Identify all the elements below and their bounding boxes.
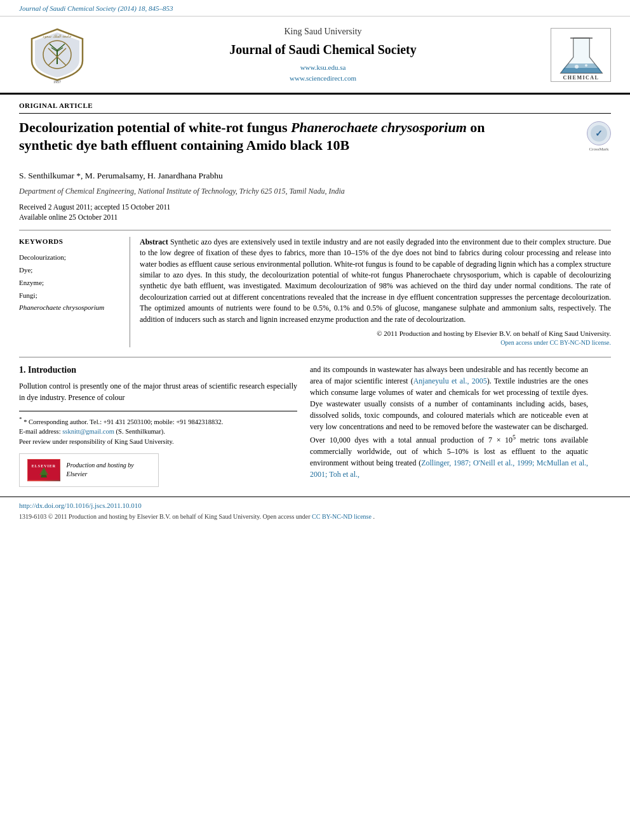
crossmark-container: ✓ CrossMark (587, 121, 611, 153)
footnote-section: * * Corresponding author. Tel.: +91 431 … (19, 411, 297, 447)
doi-link[interactable]: http://dx.doi.org/10.1016/j.jscs.2011.10… (19, 501, 611, 510)
crossmark-badge: ✓ (587, 121, 611, 145)
footnote-peer: Peer review under responsibility of King… (19, 437, 297, 447)
journal-name: Journal of Saudi Chemical Society (102, 41, 544, 58)
intro-left-text: Pollution control is presently one of th… (19, 380, 297, 403)
keyword-5: Phanerochaete chrysosporium (19, 302, 122, 314)
url2[interactable]: www.sciencedirect.com (102, 73, 544, 84)
crossmark-label: CrossMark (587, 147, 611, 153)
page: Journal of Saudi Chemical Society (2014)… (0, 0, 630, 840)
svg-text:1957: 1957 (53, 80, 61, 83)
footnote-corresponding-text: * Corresponding author. Tel.: +91 431 25… (23, 418, 223, 425)
ref-anjaneyulu: Anjaneyulu et al., 2005 (413, 377, 487, 385)
keyword-2: Dye; (19, 264, 122, 277)
elsevier-logo-svg: ELSEVIER (28, 460, 60, 480)
svg-text:جامعة الملك سعود: جامعة الملك سعود (43, 34, 72, 39)
email-suffix: (S. Senthilkumar). (116, 428, 165, 435)
received-line: Received 2 August 2011; accepted 15 Octo… (19, 202, 611, 212)
svg-text:✓: ✓ (595, 129, 603, 138)
journal-citation: Journal of Saudi Chemical Society (2014)… (0, 0, 630, 17)
abstract-copyright: © 2011 Production and hosting by Elsevie… (140, 329, 611, 338)
elsevier-tagline: Production and hosting by Elsevier (67, 461, 151, 479)
body-separator (19, 357, 611, 357)
intro-heading: 1. Introduction (19, 364, 297, 377)
body-right-column: and its compounds in wastewater has alwa… (310, 364, 588, 486)
email-label: E-mail address: (19, 428, 61, 435)
intro-right-text: and its compounds in wastewater has alwa… (310, 364, 588, 480)
email-link[interactable]: ssknitt@gmail.com (62, 428, 114, 435)
abstract-column: Abstract Synthetic azo dyes are extensiv… (140, 237, 611, 348)
license-link[interactable]: CC BY-NC-ND license (312, 513, 372, 520)
available-line: Available online 25 October 2011 (19, 212, 611, 222)
keywords-list: Decolourization; Dye; Enzyme; Fungi; Pha… (19, 251, 122, 314)
chemical-society-logo: CHEMICAL (551, 28, 611, 82)
elsevier-box: ELSEVIER Production and hosting by Elsev… (19, 453, 159, 487)
ksu-emblem-container: 1957 جامعة الملك سعود (19, 23, 95, 86)
abstract-text: Abstract Synthetic azo dyes are extensiv… (140, 237, 611, 325)
body-section: 1. Introduction Pollution control is pre… (19, 364, 611, 486)
bottom-bar: http://dx.doi.org/10.1016/j.jscs.2011.10… (0, 497, 630, 525)
keywords-abstract-section: KEYWORDS Decolourization; Dye; Enzyme; F… (19, 230, 611, 348)
bottom-copyright: 1319-6103 © 2011 Production and hosting … (19, 512, 611, 521)
keyword-1: Decolourization; (19, 251, 122, 264)
university-name: King Saud University (102, 25, 544, 38)
ksu-emblem-svg: 1957 جامعة الملك سعود (25, 26, 89, 83)
svg-text:CHEMICAL: CHEMICAL (563, 75, 600, 81)
svg-point-9 (585, 64, 587, 67)
affiliation: Department of Chemical Engineering, Nati… (19, 186, 611, 197)
svg-point-8 (575, 65, 579, 69)
title-italic: Phanerochaete chrysosporium (291, 119, 467, 135)
elsevier-logo: ELSEVIER (27, 459, 60, 481)
period: . (373, 513, 375, 520)
authors: S. Senthilkumar *, M. Perumalsamy, H. Ja… (19, 170, 611, 182)
abstract-license: Open access under CC BY-NC-ND license. (140, 338, 611, 347)
abstract-label: Abstract (140, 237, 168, 246)
journal-title-block: King Saud University Journal of Saudi Ch… (102, 25, 544, 84)
footnote-email: E-mail address: ssknitt@gmail.com (S. Se… (19, 427, 297, 437)
keyword-4: Fungi; (19, 290, 122, 302)
citation-text: Journal of Saudi Chemical Society (2014)… (19, 4, 173, 12)
chemical-logo-svg: CHEMICAL (551, 29, 611, 82)
copyright-text: © 2011 Production and hosting by Elsevie… (48, 513, 311, 520)
url1[interactable]: www.ksu.edu.sa (102, 62, 544, 74)
journal-urls: www.ksu.edu.sa www.sciencedirect.com (102, 62, 544, 84)
abstract-body: Synthetic azo dyes are extensively used … (140, 237, 611, 324)
footnote-corresponding: * * Corresponding author. Tel.: +91 431 … (19, 415, 297, 427)
crossmark-icon: ✓ (590, 124, 608, 142)
main-content: ORIGINAL ARTICLE ✓ CrossMark Decolouriza… (0, 95, 630, 486)
keywords-column: KEYWORDS Decolourization; Dye; Enzyme; F… (19, 237, 130, 348)
keywords-title: KEYWORDS (19, 237, 122, 246)
journal-header: 1957 جامعة الملك سعود King Saud Universi… (0, 17, 630, 95)
keyword-3: Enzyme; (19, 277, 122, 290)
title-part1: Decolourization potential of white-rot f… (19, 119, 291, 135)
received-date: Received 2 August 2011; accepted 15 Octo… (19, 202, 611, 222)
issn: 1319-6103 (19, 513, 46, 520)
body-left-column: 1. Introduction Pollution control is pre… (19, 364, 297, 486)
intro-right-mid: ). Textile industries are the ones which… (310, 377, 588, 444)
article-title: Decolourization potential of white-rot f… (19, 119, 540, 155)
article-type-label: ORIGINAL ARTICLE (19, 101, 611, 113)
